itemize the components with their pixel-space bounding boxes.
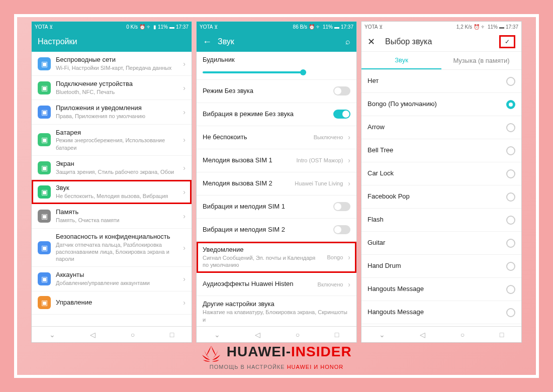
settings-row[interactable]: ▣ЭкранЗащита зрения, Стиль рабочего экра…: [32, 156, 192, 180]
sound-row[interactable]: Будильник: [197, 52, 356, 80]
ringtone-row[interactable]: Hand Drum: [361, 255, 521, 278]
toggle-switch[interactable]: [333, 86, 350, 95]
recent-icon[interactable]: □: [500, 331, 504, 339]
toggle-switch[interactable]: [333, 202, 350, 211]
ringtone-row[interactable]: Нет: [361, 70, 521, 93]
radio-button[interactable]: [506, 216, 515, 225]
chevron-down-icon[interactable]: ⌄: [49, 331, 55, 339]
chevron-right-icon: ›: [348, 280, 350, 288]
radio-button[interactable]: [506, 169, 515, 178]
chevron-right-icon: ›: [183, 299, 186, 307]
sound-row[interactable]: Вибрация и мелодия SIM 1: [197, 195, 356, 219]
ringtone-row[interactable]: Arrow: [361, 116, 521, 139]
back-icon[interactable]: ◁: [90, 331, 96, 339]
ringtone-name: Bell Tree: [367, 146, 501, 155]
settings-row[interactable]: ▣ЗвукНе беспокоить, Мелодия вызова, Вибр…: [32, 180, 192, 204]
settings-row[interactable]: ▣Беспроводные сетиWi-Fi, Настройки SIM-к…: [32, 52, 192, 76]
sound-row[interactable]: Вибрация и мелодия SIM 2: [197, 219, 356, 242]
ringtone-name: Flash: [367, 216, 501, 224]
row-subtitle: Bluetooth, NFC, Печать: [56, 88, 178, 95]
sound-row[interactable]: Мелодия вызова SIM 2Huawei Tune Living›: [197, 172, 356, 195]
back-icon[interactable]: ◁: [420, 331, 425, 339]
radio-button[interactable]: [506, 192, 515, 202]
row-icon: ▣: [38, 210, 51, 223]
chevron-right-icon: ›: [183, 60, 186, 68]
home-icon[interactable]: ○: [296, 331, 300, 339]
recent-icon[interactable]: □: [335, 331, 339, 339]
toggle-switch[interactable]: [333, 110, 350, 119]
row-value: Bongo: [327, 254, 343, 260]
ringtone-row[interactable]: Hangouts Message: [361, 301, 521, 324]
row-subtitle: Права, Приложения по умолчанию: [56, 113, 178, 120]
ringtone-row[interactable]: Guitar: [361, 232, 521, 255]
row-icon: ▣: [38, 272, 51, 285]
time-label: 17:37: [506, 24, 518, 30]
sound-row[interactable]: Другие настройки звукаНажатие на клавиат…: [197, 296, 356, 326]
radio-button[interactable]: [506, 77, 515, 86]
ringtone-row[interactable]: Car Lock: [361, 162, 521, 185]
ringtone-list[interactable]: НетBongo (По умолчанию)ArrowBell TreeCar…: [361, 70, 521, 326]
tab-sound[interactable]: Звук: [361, 52, 441, 69]
radio-button[interactable]: [506, 123, 515, 132]
radio-button[interactable]: [506, 262, 515, 271]
volume-slider[interactable]: [203, 71, 306, 73]
chevron-right-icon: ›: [183, 136, 186, 144]
time-label: 17:37: [176, 24, 189, 30]
sound-list[interactable]: БудильникРежим Без звукаВибрация в режим…: [197, 52, 356, 326]
radio-button[interactable]: [506, 285, 515, 294]
row-title: Память: [56, 208, 178, 217]
row-value: Intro (OST Мажор): [296, 157, 343, 163]
appbar: ← Звук ⌕: [197, 32, 356, 52]
tab-music[interactable]: Музыка (в памяти): [441, 52, 521, 69]
confirm-button[interactable]: ✓: [499, 35, 515, 48]
row-title: Безопасность и конфиденциальность: [56, 233, 178, 241]
settings-row[interactable]: ▣Подключение устройстваBluetooth, NFC, П…: [32, 76, 192, 100]
alarm-icon: ⏰: [309, 24, 315, 30]
ringtone-row[interactable]: Bongo (По умолчанию): [361, 93, 521, 116]
settings-list[interactable]: ▣Беспроводные сетиWi-Fi, Настройки SIM-к…: [32, 52, 192, 326]
carrier-label: YOTA: [364, 24, 378, 30]
recent-icon[interactable]: □: [170, 331, 174, 339]
ringtone-row[interactable]: Joyful: [361, 324, 521, 326]
row-title: Мелодия вызова SIM 2: [203, 179, 290, 188]
sound-row[interactable]: Режим Без звука: [197, 80, 356, 103]
home-icon[interactable]: ○: [460, 331, 465, 339]
ringtone-row[interactable]: Bell Tree: [361, 139, 521, 162]
sound-row[interactable]: Мелодия вызова SIM 1Intro (OST Мажор)›: [197, 149, 356, 172]
settings-row[interactable]: ▣Безопасность и конфиденциальностьДатчик…: [32, 229, 192, 267]
settings-row[interactable]: ▣Управление›: [32, 291, 192, 315]
ringtone-row[interactable]: Flash: [361, 209, 521, 232]
ringtone-row[interactable]: Hangouts Message: [361, 278, 521, 301]
chevron-down-icon[interactable]: ⌄: [379, 331, 385, 339]
ringtone-row[interactable]: Facebook Pop: [361, 185, 521, 209]
radio-button[interactable]: [506, 308, 515, 317]
home-icon[interactable]: ○: [131, 331, 135, 339]
row-title: Уведомление: [203, 246, 322, 254]
sound-row[interactable]: УведомлениеСигнал Сообщений, Эл. почты и…: [197, 242, 356, 273]
chevron-right-icon: ›: [183, 188, 186, 196]
settings-row[interactable]: ▣Приложения и уведомленияПрава, Приложен…: [32, 100, 192, 124]
search-icon[interactable]: ⌕: [345, 37, 350, 46]
radio-button[interactable]: [506, 146, 515, 155]
settings-row[interactable]: ▣АккаунтыДобавление/управление аккаунтам…: [32, 267, 192, 291]
back-button[interactable]: ←: [203, 37, 212, 47]
time-label: 17:37: [341, 24, 353, 30]
toggle-switch[interactable]: [333, 225, 350, 234]
signal-icon: ⊻: [379, 24, 383, 30]
row-icon: ▣: [38, 106, 51, 119]
sound-row[interactable]: Не беспокоитьВыключено›: [197, 126, 356, 149]
status-bar: YOTA ⊻ 86 B/s⏰ᯤ11%▬17:37: [197, 22, 356, 32]
back-icon[interactable]: ◁: [255, 331, 260, 339]
settings-row[interactable]: ▣ПамятьПамять, Очистка памяти›: [32, 204, 192, 228]
ringtone-name: Facebook Pop: [367, 192, 501, 201]
radio-button[interactable]: [506, 100, 515, 109]
speed-label: 86 B/s: [293, 24, 307, 30]
row-subtitle: Добавление/управление аккаунтами: [56, 279, 178, 286]
battery-icon: ▬: [169, 24, 174, 30]
sound-row[interactable]: Аудиоэффекты Huawei HistenВключено›: [197, 273, 356, 296]
chevron-down-icon[interactable]: ⌄: [214, 331, 220, 339]
settings-row[interactable]: ▣БатареяРежим энергосбережения, Использо…: [32, 125, 192, 156]
close-button[interactable]: ✕: [367, 36, 375, 47]
radio-button[interactable]: [506, 239, 515, 248]
sound-row[interactable]: Вибрация в режиме Без звука: [197, 103, 356, 126]
